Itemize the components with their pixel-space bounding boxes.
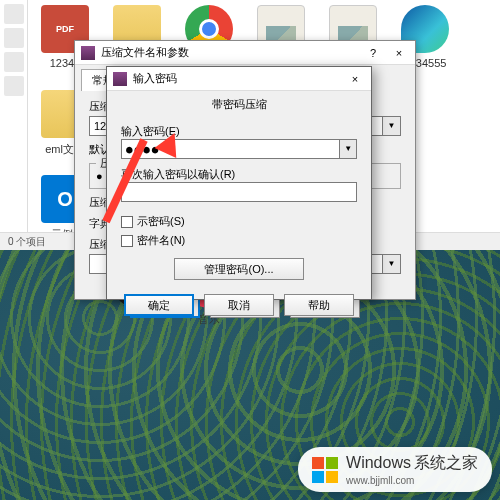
dialog-title: 压缩文件名和参数 [101,45,189,60]
explorer-sidebar [0,0,28,250]
close-button[interactable]: × [389,47,409,59]
dropdown-arrow-icon[interactable]: ▼ [383,254,401,274]
encrypt-filenames-checkbox[interactable] [121,235,133,247]
password-heading: 带密码压缩 [107,91,371,118]
show-password-label: 示密码(S) [137,214,185,229]
ok-button[interactable]: 确定 [124,294,194,316]
watermark-brand: Windows [346,454,411,471]
watermark-url: www.bjjmll.com [346,475,414,486]
password-label: 输入密码(E) [121,125,180,137]
windows-logo-icon [312,457,338,483]
dropdown-arrow-icon[interactable]: ▼ [340,139,357,159]
dialog-title: 输入密码 [133,71,177,86]
manage-passwords-button[interactable]: 管理密码(O)... [174,258,304,280]
dialog-button-row: 确定 取消 帮助 [107,286,371,324]
help-button[interactable]: ? [363,47,383,59]
close-button[interactable]: × [345,73,365,85]
dialog-titlebar[interactable]: 压缩文件名和参数 ? × [75,41,415,65]
help-button[interactable]: 帮助 [284,294,354,316]
watermark-sub: 系统之家 [414,454,478,471]
rar-icon [113,72,127,86]
password-input[interactable] [121,139,340,159]
rar-icon [81,46,95,60]
confirm-password-input[interactable] [121,182,357,202]
dialog-titlebar[interactable]: 输入密码 × [107,67,371,91]
confirm-password-label: 再次输入密码以确认(R) [121,168,235,180]
show-password-checkbox[interactable] [121,216,133,228]
watermark: Windows 系统之家 www.bjjmll.com [298,447,492,492]
encrypt-filenames-label: 密件名(N) [137,233,185,248]
cancel-button[interactable]: 取消 [204,294,274,316]
dropdown-arrow-icon[interactable]: ▼ [383,116,401,136]
password-dialog: 输入密码 × 带密码压缩 输入密码(E) ▼ 再次输入密码以确认(R) 示密码(… [106,66,372,300]
